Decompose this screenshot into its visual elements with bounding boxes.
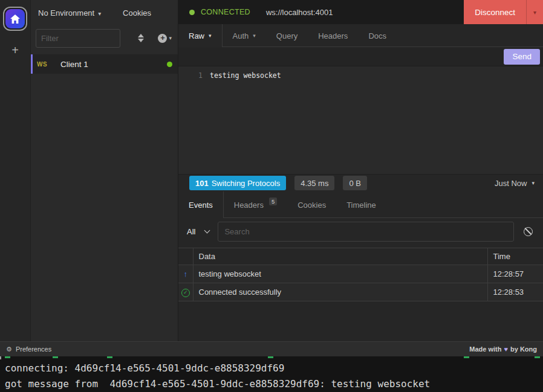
connected-check-icon: ✓ (181, 289, 190, 297)
credit-suffix: by Kong (510, 345, 537, 353)
terminal-output: connecting: 4d69cf14-e565-4501-9ddc-e885… (0, 356, 543, 392)
line-number: 1 (178, 71, 203, 174)
terminal-clipped-line (0, 356, 1, 359)
status-code: 101 (195, 179, 209, 188)
status-text: Switching Protocols (212, 179, 280, 188)
connected-dot-icon (189, 10, 195, 15)
heart-icon: ♥ (504, 345, 508, 353)
sidebar-filter-input[interactable] (36, 29, 120, 48)
new-request-button[interactable]: + ▾ (158, 34, 172, 43)
sort-button[interactable] (135, 31, 147, 45)
terminal-clipped-line (53, 356, 58, 358)
send-button[interactable]: Send (504, 49, 540, 65)
chevron-down-icon: ▾ (253, 33, 256, 39)
disconnect-button[interactable]: Disconnect (464, 0, 526, 24)
event-type-select[interactable]: All (184, 227, 212, 236)
ban-icon (524, 227, 533, 236)
time-column-header: Time (487, 248, 543, 265)
response-empty-area (178, 301, 543, 341)
icon-column-header (178, 248, 193, 265)
environment-selector[interactable]: No Environment▾ (38, 8, 101, 18)
home-button[interactable] (3, 7, 27, 31)
message-editor[interactable]: 1 testing websocket (178, 66, 543, 174)
insomnia-websocket-app: + No Environment▾ Cookies + ▾ (0, 0, 543, 392)
terminal-clipped-line (464, 356, 469, 358)
send-row: Send (178, 47, 543, 66)
kong-credit: Made with ♥ by Kong (469, 345, 537, 353)
headers-count-badge: 5 (269, 198, 277, 205)
connection-status: CONNECTED (201, 8, 250, 16)
connection-active-dot (167, 62, 172, 67)
events-table-header: Data Time (178, 248, 543, 265)
event-data: Connected successfully (193, 283, 487, 301)
sidebar: No Environment▾ Cookies + ▾ WS Client 1 (30, 0, 178, 341)
clear-events-button[interactable] (520, 223, 536, 239)
terminal-line: connecting: 4d69cf14-e565-4501-9ddc-e885… (5, 361, 543, 376)
terminal-clipped-line (5, 356, 10, 358)
terminal-clipped-line (268, 356, 273, 358)
response-status-bar: 101 Switching Protocols 4.35 ms 0 B Just… (178, 174, 543, 191)
sidebar-filter-row: + ▾ (31, 26, 178, 50)
events-table: Data Time ↑ testing websocket 12:28:57 ✓… (178, 248, 543, 301)
tab-raw-label: Raw (189, 31, 204, 40)
client-name: Client 1 (60, 60, 88, 69)
terminal-line: got message from 4d69cf14-e565-4501-9ddc… (5, 376, 543, 392)
event-data: testing websocket (193, 265, 487, 283)
credit-prefix: Made with (469, 345, 501, 353)
sidebar-item-client-1[interactable]: WS Client 1 (31, 54, 178, 74)
event-time: 12:28:57 (487, 265, 543, 283)
tab-events[interactable]: Events (178, 191, 224, 218)
response-history-dropdown[interactable]: Just Now▾ (495, 179, 535, 188)
event-row-sent[interactable]: ↑ testing websocket 12:28:57 (178, 265, 543, 283)
event-time: 12:28:53 (487, 283, 543, 301)
tab-response-headers[interactable]: Headers5 (224, 191, 287, 218)
request-tabs: Raw▾ Auth▾ Query Headers Docs (178, 24, 543, 47)
chevron-down-icon (204, 227, 210, 233)
status-footer: ⚙ Preferences Made with ♥ by Kong (0, 341, 543, 356)
chevron-down-icon: ▾ (169, 35, 172, 41)
disconnect-button-group: Disconnect ▾ (464, 0, 543, 24)
events-search-input[interactable] (218, 222, 514, 242)
gear-icon: ⚙ (6, 345, 12, 353)
chevron-down-icon: ▾ (209, 33, 212, 39)
events-filter-row: All (178, 218, 543, 245)
terminal-clipped-line (535, 356, 540, 358)
response-size-badge: 0 B (343, 176, 367, 190)
preferences-label: Preferences (16, 345, 51, 353)
sort-down-icon (138, 39, 144, 42)
add-project-button[interactable]: + (11, 44, 19, 56)
data-column-header: Data (193, 248, 487, 265)
tab-docs[interactable]: Docs (358, 24, 397, 47)
tab-headers[interactable]: Headers (308, 24, 358, 47)
terminal-clipped-line (107, 356, 112, 358)
tab-timeline[interactable]: Timeline (336, 191, 386, 218)
tab-auth[interactable]: Auth▾ (223, 24, 266, 47)
app-rail: + (0, 0, 30, 341)
home-icon (5, 9, 25, 28)
cookies-button[interactable]: Cookies (123, 8, 151, 18)
environment-label: No Environment (38, 8, 94, 18)
connection-bar: CONNECTED ws://localhost:4001 Disconnect… (178, 0, 543, 24)
response-tabs: Events Headers5 Cookies Timeline (178, 191, 543, 218)
sent-arrow-icon: ↑ (184, 269, 188, 278)
response-time-badge: 4.35 ms (294, 176, 334, 190)
chevron-down-icon: ▾ (533, 9, 536, 16)
tab-raw[interactable]: Raw▾ (178, 24, 223, 47)
recency-label: Just Now (495, 179, 527, 188)
tab-response-cookies[interactable]: Cookies (287, 191, 336, 218)
workspace: + No Environment▾ Cookies + ▾ (0, 0, 543, 341)
ws-protocol-tag: WS (37, 61, 47, 68)
event-type-selected: All (187, 227, 195, 236)
event-row-connected[interactable]: ✓ Connected successfully 12:28:53 (178, 283, 543, 301)
tab-query[interactable]: Query (266, 24, 308, 47)
preferences-button[interactable]: ⚙ Preferences (6, 345, 51, 353)
main-pane: CONNECTED ws://localhost:4001 Disconnect… (178, 0, 543, 341)
tab-headers-label: Headers (234, 201, 264, 210)
plus-circle-icon: + (158, 34, 167, 43)
sort-up-icon (138, 34, 144, 37)
disconnect-options-button[interactable]: ▾ (526, 0, 543, 24)
chevron-down-icon: ▾ (532, 180, 535, 186)
status-badge: 101 Switching Protocols (189, 176, 286, 190)
tab-auth-label: Auth (233, 31, 249, 40)
sidebar-header: No Environment▾ Cookies (31, 0, 178, 26)
